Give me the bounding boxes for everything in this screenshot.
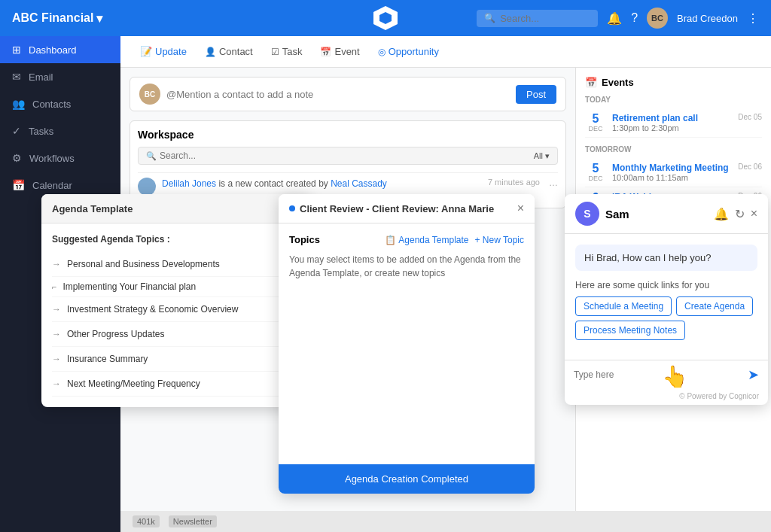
tab-event[interactable]: 📅 Event	[312, 43, 367, 60]
sidebar-item-tasks[interactable]: ✓ Tasks	[0, 117, 120, 144]
tab-task[interactable]: ☑ Task	[264, 43, 310, 60]
avatar[interactable]: BC	[647, 8, 668, 29]
agenda-item-2: → Investment Strategy & Economic Overvie…	[52, 297, 300, 322]
sam-title: S Sam	[575, 202, 629, 226]
cr-body: Topics 📋 Agenda Template + New Topic You…	[279, 223, 535, 464]
search-input[interactable]	[500, 13, 590, 24]
bottom-bar: 401k Newsletter	[120, 511, 771, 532]
sam-send-icon[interactable]: ➤	[748, 366, 759, 383]
dashboard-icon: ⊞	[12, 44, 21, 56]
cr-footer: Agenda Creation Completed	[279, 464, 535, 494]
agenda-item-4: → Insurance Summary +	[52, 347, 300, 372]
event-icon: 📅	[320, 47, 331, 57]
cr-description: You may select items to be added on the …	[289, 253, 524, 454]
feed-creator-link[interactable]: Neal Cassady	[331, 178, 387, 189]
refresh-icon[interactable]: ↻	[735, 207, 745, 221]
contacts-icon: 👥	[12, 98, 25, 110]
cr-topics-actions: 📋 Agenda Template + New Topic	[385, 235, 524, 245]
brand-name: ABC Financial	[12, 11, 93, 25]
sidebar-item-dashboard[interactable]: ⊞ Dashboard	[0, 36, 120, 63]
feed-more-icon[interactable]: …	[549, 178, 558, 188]
tab-opportunity[interactable]: ◎ Opportunity	[370, 43, 446, 60]
workflows-icon: ⚙	[12, 152, 22, 164]
arrow-icon-2: →	[52, 304, 61, 315]
bottom-tag-1: 401k	[133, 515, 160, 527]
sidebar-item-workflows[interactable]: ⚙ Workflows	[0, 144, 120, 172]
update-icon: 📝	[140, 46, 152, 57]
process-notes-button[interactable]: Process Meeting Notes	[575, 321, 685, 340]
cr-topics-header: Topics 📋 Agenda Template + New Topic	[289, 234, 524, 245]
sam-greeting: Hi Brad, How can I help you?	[575, 245, 757, 271]
search-box[interactable]: 🔍	[477, 10, 598, 27]
agenda-template-btn[interactable]: 📋 Agenda Template	[385, 235, 468, 245]
help-icon[interactable]: ?	[631, 11, 638, 25]
note-input[interactable]	[166, 89, 510, 100]
suggested-label: Suggested Agenda Topics :	[52, 234, 300, 245]
client-review-modal: Client Review - Client Review: Anna Mari…	[279, 194, 535, 494]
sam-avatar: S	[575, 202, 599, 226]
task-icon: ☑	[271, 47, 279, 57]
workspace-title: Workspace	[138, 129, 558, 141]
events-title: 📅 Events	[585, 77, 762, 88]
powered-by: © Powered by Cognicor	[565, 389, 768, 405]
sidebar-item-email[interactable]: ✉ Email	[0, 63, 120, 90]
event-details-retirement: Retirement plan call 1:30pm to 2:30pm	[612, 113, 732, 132]
notification-icon[interactable]: 🔔	[607, 11, 622, 26]
more-icon[interactable]: ⋮	[747, 11, 759, 26]
bell-icon[interactable]: 🔔	[714, 207, 729, 221]
tab-contact[interactable]: 👤 Contact	[197, 43, 261, 60]
agenda-item-text-1: Implementing Your Financial plan	[62, 281, 291, 292]
top-navigation: ABC Financial ▾ 🔍 🔔 ? BC Brad Creedon ⋮	[0, 0, 771, 36]
sam-body: Hi Brad, How can I help you? Here are so…	[565, 234, 768, 360]
agenda-modal-body: Suggested Agenda Topics : → Personal and…	[41, 223, 311, 407]
post-button[interactable]: Post	[516, 85, 556, 104]
cr-dot	[289, 205, 295, 211]
agenda-item-1: ⌐ Implementing Your Financial plan ▾	[52, 277, 300, 297]
arrow-icon-0: →	[52, 259, 61, 269]
search-icon: 🔍	[484, 13, 495, 23]
workspace-search-input[interactable]	[160, 150, 534, 161]
agenda-complete-button[interactable]: Agenda Creation Completed	[279, 464, 535, 494]
agenda-item-text-4: Insurance Summary	[67, 354, 279, 364]
sam-close-icon[interactable]: ×	[751, 207, 757, 220]
opportunity-icon: ◎	[378, 47, 386, 57]
sam-input[interactable]	[574, 369, 748, 380]
feed-avatar	[138, 178, 156, 196]
tab-update[interactable]: 📝 Update	[133, 43, 194, 60]
sidebar-label-tasks: Tasks	[29, 126, 53, 137]
agenda-modal-title: Agenda Template	[52, 203, 133, 214]
event-date-marketing: 5 DEC	[585, 163, 606, 182]
feed-time: 7 minutes ago	[488, 178, 540, 187]
sidebar-item-contacts[interactable]: 👥 Contacts	[0, 90, 120, 117]
feed-contact-link[interactable]: Delilah Jones	[162, 178, 216, 189]
sidebar-label-dashboard: Dashboard	[29, 44, 77, 56]
calendar-icon: 📅	[12, 179, 25, 191]
filter-all[interactable]: All ▾	[534, 151, 550, 161]
agenda-item-text-5: Next Meeting/Meeting Frequency	[67, 378, 279, 389]
new-topic-btn[interactable]: + New Topic	[475, 235, 524, 245]
event-item-marketing[interactable]: 5 DEC Monthly Marketing Meeting 10:00am …	[585, 158, 762, 187]
event-item-retirement[interactable]: 5 DEC Retirement plan call 1:30pm to 2:3…	[585, 108, 762, 138]
cr-close-button[interactable]: ×	[517, 202, 524, 215]
brand-logo[interactable]: ABC Financial ▾	[12, 11, 102, 26]
today-label: TODAY	[585, 96, 762, 104]
sam-header: S Sam 🔔 ↻ ×	[565, 194, 768, 234]
events-icon: 📅	[585, 77, 597, 88]
agenda-item-text-3: Other Progress Updates	[67, 329, 279, 339]
workspace-search[interactable]: 🔍 All ▾	[138, 147, 558, 165]
sam-name: Sam	[605, 208, 629, 220]
sam-panel: S Sam 🔔 ↻ × Hi Brad, How can I help you?…	[565, 194, 768, 405]
arrow-icon-3: →	[52, 329, 61, 339]
cr-topics-title: Topics	[289, 234, 320, 245]
brand-caret[interactable]: ▾	[96, 11, 102, 26]
sidebar-label-contacts: Contacts	[32, 99, 71, 110]
schedule-meeting-button[interactable]: Schedule a Meeting	[575, 296, 672, 316]
create-agenda-button[interactable]: Create Agenda	[676, 296, 753, 316]
email-icon: ✉	[12, 71, 21, 83]
cr-header: Client Review - Client Review: Anna Mari…	[279, 194, 535, 223]
sidebar-label-workflows: Workflows	[29, 153, 75, 164]
agenda-item-text-2: Investment Strategy & Economic Overview	[67, 304, 279, 315]
event-date-retirement: 5 DEC	[585, 113, 606, 132]
event-tag-retirement: Dec 05	[738, 113, 762, 121]
contact-icon: 👤	[205, 47, 216, 57]
